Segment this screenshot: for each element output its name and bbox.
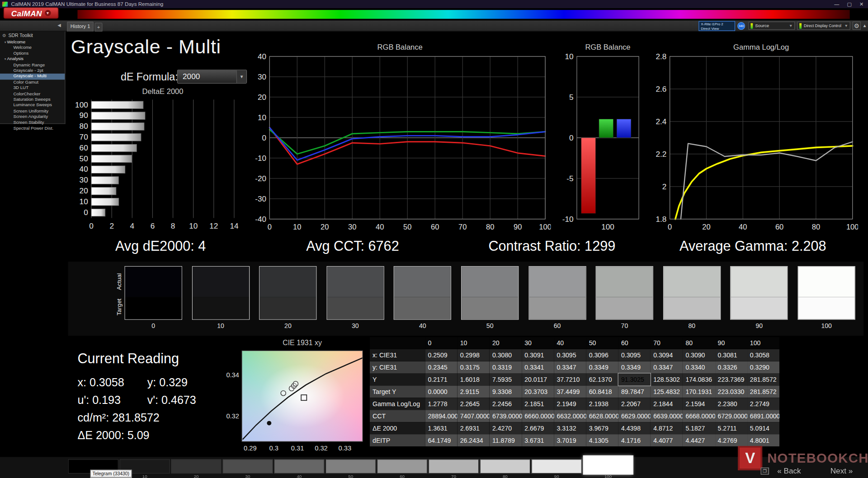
table-cell[interactable]: 0.3095	[618, 349, 651, 361]
pattern-swatch-100[interactable]	[583, 455, 633, 475]
pattern-swatch-80[interactable]	[480, 459, 530, 473]
add-tab-button[interactable]: +	[94, 23, 102, 32]
collapse-sidebar-icon[interactable]: ◀	[57, 23, 61, 28]
table-cell[interactable]: 125.4832	[651, 385, 683, 398]
table-cell[interactable]: 2.6679	[522, 422, 554, 434]
table-cell[interactable]: 174.0836	[683, 374, 715, 386]
table-cell[interactable]: 0.3349	[586, 361, 618, 374]
table-cell[interactable]: 1.2778	[425, 398, 457, 410]
window-mode-icon[interactable]: ❐	[760, 468, 769, 475]
calman-menu-button[interactable]: CalMAN ▼	[3, 7, 58, 19]
table-cell[interactable]: 0.3080	[490, 349, 522, 361]
table-cell[interactable]: 0.3347	[554, 361, 586, 374]
table-cell[interactable]: 0.2998	[458, 349, 490, 361]
table-cell[interactable]: 26.2434	[458, 434, 490, 446]
table-cell[interactable]: 0.3349	[618, 361, 651, 374]
table-cell[interactable]: 6628.0000	[586, 410, 618, 422]
table-cell[interactable]: 223.7369	[715, 374, 747, 386]
sidebar-item-welcome[interactable]: Welcome	[0, 45, 65, 51]
table-cell[interactable]: 2.4270	[490, 422, 522, 434]
table-cell[interactable]: 2.6931	[458, 422, 490, 434]
pattern-swatch-50[interactable]	[326, 459, 376, 473]
table-cell[interactable]: 6729.0000	[715, 410, 747, 422]
table-cell[interactable]: 5.2711	[715, 422, 747, 434]
table-cell[interactable]: 3.7019	[554, 434, 586, 446]
back-button[interactable]: « Back	[777, 466, 801, 475]
table-cell[interactable]: 0.2171	[425, 374, 457, 386]
table-cell[interactable]: 6629.0000	[618, 410, 651, 422]
table-cell[interactable]: 0.3081	[715, 349, 747, 361]
table-cell[interactable]: 4.4077	[651, 434, 683, 446]
table-cell[interactable]: 6660.0000	[522, 410, 554, 422]
table-cell[interactable]: 0.3090	[683, 349, 715, 361]
sidebar-item-spectral-power-dist-[interactable]: Spectral Power Dist.	[0, 126, 65, 131]
pattern-swatch-30[interactable]	[222, 459, 273, 473]
sidebar-item-color-gamut[interactable]: Color Gamut	[0, 80, 65, 85]
sidebar-item-screen-uniformity[interactable]: Screen Uniformity	[0, 108, 65, 114]
table-cell[interactable]: 5.1827	[683, 422, 715, 434]
table-cell[interactable]: 6891.0000	[747, 410, 779, 422]
table-cell[interactable]: 223.0330	[715, 385, 747, 398]
table-cell[interactable]: 91.3025	[618, 374, 651, 386]
table-cell[interactable]: 37.7210	[554, 374, 586, 386]
pattern-swatch-70[interactable]	[429, 459, 479, 473]
table-cell[interactable]: 11.8789	[490, 434, 522, 446]
close-button[interactable]: ✕	[859, 1, 863, 7]
table-cell[interactable]: 20.0117	[522, 374, 554, 386]
sidebar-section-welcome[interactable]: Welcome	[0, 39, 65, 45]
table-cell[interactable]: 9.3308	[490, 385, 522, 398]
sidebar-section-analysis[interactable]: Analysis	[0, 56, 65, 62]
table-cell[interactable]: 37.4499	[554, 385, 586, 398]
table-cell[interactable]: 2.1851	[522, 398, 554, 410]
pattern-swatch-40[interactable]	[274, 459, 324, 473]
sidebar-item-3d-lut[interactable]: 3D LUT	[0, 85, 65, 91]
table-cell[interactable]: 2.1844	[651, 398, 683, 410]
sidebar-item-grayscale-multi[interactable]: Grayscale - Multi	[0, 74, 65, 80]
table-cell[interactable]: 4.8001	[747, 434, 779, 446]
table-cell[interactable]: 2.1594	[683, 398, 715, 410]
table-cell[interactable]: 3.3132	[554, 422, 586, 434]
minimize-button[interactable]: —	[834, 1, 839, 7]
table-cell[interactable]: 20.3703	[522, 385, 554, 398]
table-cell[interactable]: 7.5935	[490, 374, 522, 386]
table-cell[interactable]: 0.3341	[522, 361, 554, 374]
source-selector[interactable]: Source ▼	[749, 22, 795, 30]
table-cell[interactable]: 2.2380	[715, 398, 747, 410]
sidebar-item-luminance-sweeps[interactable]: Luminance Sweeps	[0, 103, 65, 108]
table-cell[interactable]: 0.3096	[586, 349, 618, 361]
table-cell[interactable]: 170.1931	[683, 385, 715, 398]
table-cell[interactable]: 89.7847	[618, 385, 651, 398]
table-cell[interactable]: 3.6731	[522, 434, 554, 446]
table-cell[interactable]: 0.3347	[651, 361, 683, 374]
table-cell[interactable]: 128.5302	[651, 374, 683, 386]
tab-history1[interactable]: History 1	[67, 22, 94, 32]
sidebar-item-options[interactable]: Options	[0, 51, 65, 56]
table-cell[interactable]: 0.3340	[683, 361, 715, 374]
table-cell[interactable]: 2.2749	[747, 398, 779, 410]
table-cell[interactable]: 0.0000	[425, 385, 457, 398]
table-cell[interactable]: 0.2345	[425, 361, 457, 374]
table-cell[interactable]: 2.2067	[618, 398, 651, 410]
table-cell[interactable]: 5.0914	[747, 422, 779, 434]
table-cell[interactable]: 4.4398	[618, 422, 651, 434]
table-cell[interactable]: 0.3058	[747, 349, 779, 361]
table-cell[interactable]: 2.9115	[458, 385, 490, 398]
table-cell[interactable]: 60.8418	[586, 385, 618, 398]
sidebar-item-grayscale-2pt[interactable]: Grayscale - 2pt	[0, 68, 65, 74]
table-cell[interactable]: 4.1716	[618, 434, 651, 446]
table-cell[interactable]: 0.3319	[490, 361, 522, 374]
table-cell[interactable]: 4.4427	[683, 434, 715, 446]
sidebar-item-screen-angularity[interactable]: Screen Angularity	[0, 114, 65, 120]
table-cell[interactable]: 6639.0000	[651, 410, 683, 422]
table-cell[interactable]: 4.8712	[651, 422, 683, 434]
sidebar-item-dynamic-range[interactable]: Dynamic Range	[0, 62, 65, 68]
table-cell[interactable]: 0.3290	[747, 361, 779, 374]
table-cell[interactable]: 3.9679	[586, 422, 618, 434]
pattern-swatch-90[interactable]	[532, 459, 582, 473]
table-cell[interactable]: 64.1749	[425, 434, 457, 446]
table-cell[interactable]: 0.3175	[458, 361, 490, 374]
table-cell[interactable]: 4.1305	[586, 434, 618, 446]
table-cell[interactable]: 0.3095	[554, 349, 586, 361]
table-cell[interactable]: 0.3094	[651, 349, 683, 361]
table-cell[interactable]: 281.8572	[747, 385, 779, 398]
